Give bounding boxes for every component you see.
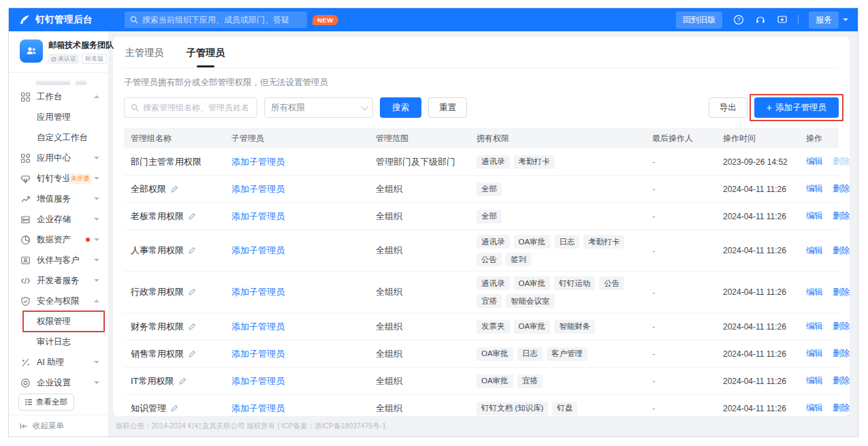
add-admin-link[interactable]: 添加子管理员 — [231, 349, 285, 359]
scope-cell: 管理部门及下级部门 — [369, 156, 470, 168]
operation-time-cell: 2024-04-11 11:26 — [716, 212, 799, 221]
edit-link[interactable]: 编辑 — [806, 402, 823, 414]
column-header: 操作时间 — [716, 133, 799, 144]
sidebar-item-4[interactable]: 企业存储 — [9, 209, 108, 229]
table-header: 管理组名称子管理员管理范围拥有权限最后操作人操作时间操作 — [124, 128, 839, 148]
collapse-menu-button[interactable]: 收起菜单 — [9, 415, 108, 436]
tab-0[interactable]: 主管理员 — [124, 46, 165, 67]
download-client-icon[interactable] — [776, 14, 788, 26]
delete-link[interactable]: 删除 — [833, 183, 850, 195]
admin-search-input[interactable]: 搜索管理组名称、管理员姓名 — [124, 97, 257, 118]
permission-tag: 宜搭 — [517, 375, 543, 388]
sidebar-item-1[interactable]: 应用中心 — [9, 148, 108, 168]
last-operator-cell: - — [645, 211, 716, 221]
edit-link[interactable]: 编辑 — [806, 245, 823, 257]
sidebar-item-8[interactable]: 安全与权限 — [9, 291, 108, 311]
add-admin-link[interactable]: 添加子管理员 — [231, 403, 285, 413]
service-button[interactable]: 服务 — [809, 12, 839, 29]
sidebar-item-10[interactable]: 企业设置 — [9, 372, 108, 388]
delete-link[interactable]: 删除 — [833, 287, 850, 298]
edit-link[interactable]: 编辑 — [806, 210, 823, 222]
table-row: 部门主管常用权限添加子管理员管理部门及下级部门通讯录考勤打卡-2023-09-2… — [124, 148, 839, 176]
permission-tag: 宜搭 — [477, 294, 502, 308]
add-sub-admin-button[interactable]: + 添加子管理员 — [754, 97, 839, 118]
sidebar-item-3[interactable]: 增值服务 — [9, 189, 108, 209]
edit-pencil-icon[interactable] — [178, 377, 187, 385]
permission-tag: OA审批 — [514, 235, 551, 249]
table-row: 财务常用权限添加子管理员全组织发票夹OA审批智能财务-2024-04-11 11… — [124, 313, 839, 340]
edit-pencil-icon[interactable] — [170, 185, 178, 193]
delete-link[interactable]: 删除 — [833, 210, 850, 222]
search-button[interactable]: 搜索 — [380, 97, 421, 118]
edit-pencil-icon[interactable] — [188, 323, 196, 331]
add-admin-link[interactable]: 添加子管理员 — [231, 184, 285, 194]
edit-link[interactable]: 编辑 — [806, 375, 823, 387]
operation-time-cell: 2024-04-11 11:26 — [716, 287, 799, 297]
delete-link[interactable]: 删除 — [833, 321, 850, 332]
chevron-down-icon — [843, 18, 848, 24]
add-admin-link[interactable]: 添加子管理员 — [231, 287, 285, 297]
permissions-cell: 全部 — [470, 210, 645, 223]
edit-pencil-icon[interactable] — [188, 350, 196, 358]
edit-link[interactable]: 编辑 — [806, 321, 823, 332]
permission-tag: 通讯录 — [477, 276, 510, 290]
sidebar-item-6[interactable]: 伙伴与客户 — [9, 250, 108, 270]
team-switcher[interactable]: 邮箱技术服务团队 未认证 标准版 — [9, 31, 108, 69]
permission-tag: 智能会议室 — [506, 294, 555, 308]
edit-link[interactable]: 编辑 — [806, 348, 823, 360]
data-asset-icon — [20, 234, 31, 245]
delete-link[interactable]: 删除 — [833, 245, 850, 257]
table-body: 部门主管常用权限添加子管理员管理部门及下级部门通讯录考勤打卡-2023-09-2… — [124, 148, 839, 416]
chevron-down-icon — [361, 103, 368, 110]
column-header: 操作 — [799, 133, 839, 144]
sidebar-item-2[interactable]: 钉钉专业版未开通 — [9, 168, 108, 189]
permission-tag: 钉钉运动 — [554, 276, 595, 290]
sidebar-item-0[interactable]: 工作台 — [9, 86, 108, 107]
service-menu[interactable]: 服务 — [809, 12, 848, 29]
help-icon[interactable]: ? — [733, 14, 744, 26]
sidebar-subitem-0-1[interactable]: 自定义工作台 — [9, 127, 108, 148]
sidebar-subitem-0-0[interactable]: 应用管理 — [9, 107, 108, 127]
edit-link[interactable]: 编辑 — [806, 183, 823, 195]
back-to-old-version-button[interactable]: 回到旧版 — [676, 12, 722, 29]
edit-link[interactable]: 编辑 — [806, 156, 823, 168]
edit-pencil-icon[interactable] — [188, 246, 196, 255]
tab-1[interactable]: 子管理员 — [185, 46, 226, 67]
add-admin-link[interactable]: 添加子管理员 — [231, 211, 285, 221]
headset-support-icon[interactable] — [754, 14, 766, 26]
scope-cell: 全组织 — [369, 183, 470, 195]
permission-filter-select[interactable]: 所有权限 — [264, 97, 373, 118]
delete-link[interactable]: 删除 — [833, 402, 850, 414]
add-admin-link[interactable]: 添加子管理员 — [231, 321, 285, 332]
permissions-cell: 钉钉文档 (知识库)钉盘 — [470, 402, 645, 415]
sidebar-subitem-8-1[interactable]: 审计日志 — [9, 332, 108, 352]
add-admin-link[interactable]: 添加子管理员 — [231, 157, 285, 167]
export-button[interactable]: 导出 — [709, 97, 748, 118]
reset-button[interactable]: 重置 — [428, 97, 467, 118]
team-name: 邮箱技术服务团队 — [48, 39, 100, 51]
permission-tag: 通讯录 — [477, 235, 510, 249]
add-admin-link[interactable]: 添加子管理员 — [231, 376, 285, 386]
security-shield-icon — [20, 296, 31, 306]
add-admin-link[interactable]: 添加子管理员 — [231, 245, 285, 255]
edit-pencil-icon[interactable] — [188, 288, 196, 296]
delete-link[interactable]: 删除 — [833, 375, 850, 387]
permission-tag: 公告 — [599, 276, 624, 290]
global-search-input[interactable]: 搜索当前组织下应用、成员或部门、答疑 — [125, 12, 307, 28]
sidebar-subitem-label: 权限管理 — [37, 316, 71, 328]
sidebar-item-label: 应用中心 — [37, 153, 94, 164]
column-header: 最后操作人 — [645, 133, 716, 144]
sidebar-item-9[interactable]: AI 助理 — [9, 352, 108, 372]
edit-pencil-icon[interactable] — [188, 212, 196, 221]
sidebar-item-7[interactable]: 开发者服务 — [9, 270, 108, 291]
delete-link[interactable]: 删除 — [833, 348, 850, 360]
edit-pencil-icon[interactable] — [170, 404, 178, 413]
sidebar-subitem-8-0[interactable]: 权限管理 — [9, 311, 108, 332]
storage-icon — [20, 214, 31, 225]
edit-link[interactable]: 编辑 — [806, 287, 823, 298]
column-header: 子管理员 — [225, 133, 369, 144]
delete-link[interactable]: 删除 — [833, 156, 850, 168]
sidebar-item-5[interactable]: 数据资产 — [9, 229, 108, 250]
chevron-up-icon — [94, 297, 99, 302]
view-all-button[interactable]: 查看全部 — [18, 394, 74, 411]
